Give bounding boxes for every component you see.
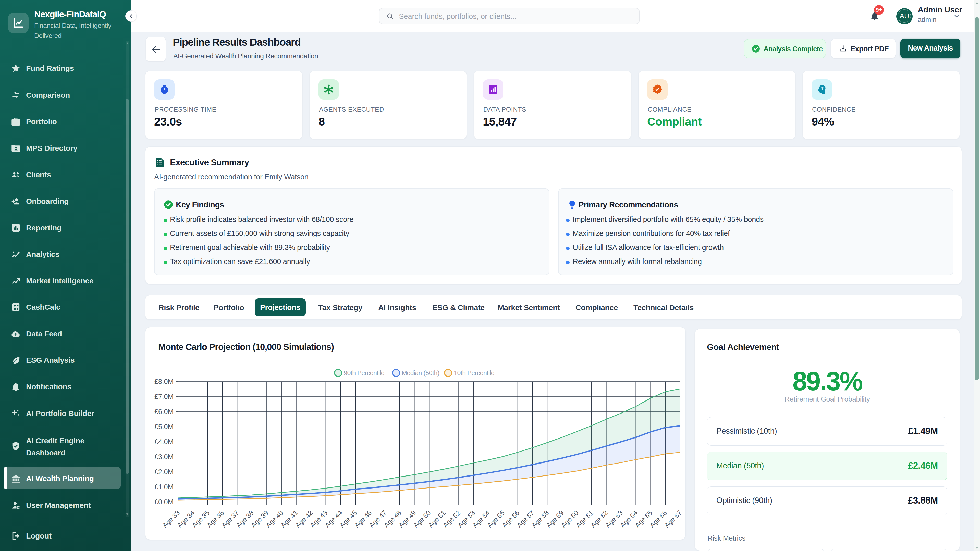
svg-text:£4.0M: £4.0M xyxy=(154,438,173,446)
svg-text:90th Percentile: 90th Percentile xyxy=(344,369,384,376)
svg-text:£6.0M: £6.0M xyxy=(154,408,173,416)
svg-text:£2.0M: £2.0M xyxy=(154,468,173,476)
svg-text:£0.0M: £0.0M xyxy=(154,498,173,506)
svg-text:Median (50th): Median (50th) xyxy=(402,369,439,376)
svg-text:£7.0M: £7.0M xyxy=(154,393,173,400)
svg-text:£5.0M: £5.0M xyxy=(154,423,173,430)
svg-text:£8.0M: £8.0M xyxy=(154,378,173,386)
svg-text:£3.0M: £3.0M xyxy=(154,453,173,461)
svg-text:£1.0M: £1.0M xyxy=(154,483,173,491)
svg-text:10th Percentile: 10th Percentile xyxy=(454,369,494,376)
